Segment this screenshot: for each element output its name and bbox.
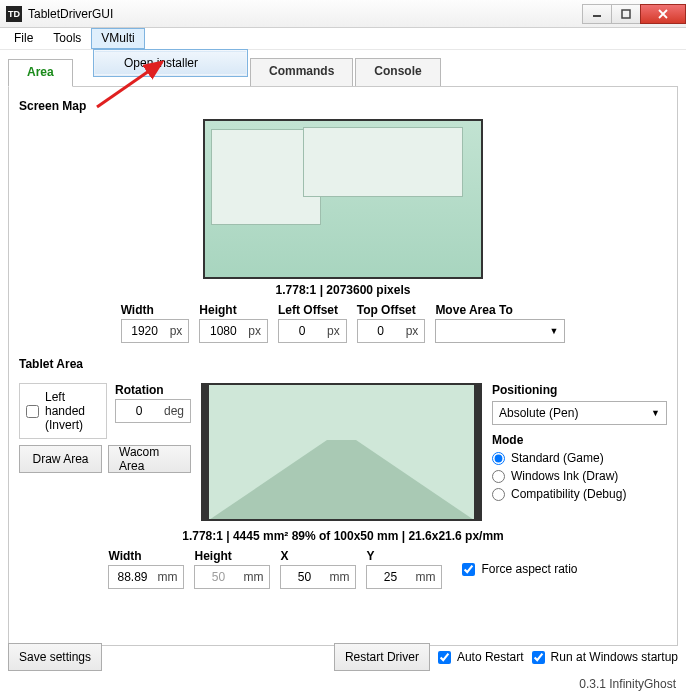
app-icon: TD [6,6,22,22]
left-handed-checkbox[interactable]: Left handed (Invert) [19,383,107,439]
tab-area[interactable]: Area [8,59,73,87]
draw-area-button[interactable]: Draw Area [19,445,102,473]
mode-standard-radio[interactable]: Standard (Game) [492,451,667,465]
top-offset-label: Top Offset [357,303,426,317]
top-offset-input[interactable] [358,324,404,338]
mode-compat-radio[interactable]: Compatibility (Debug) [492,487,667,501]
run-startup-checkbox[interactable]: Run at Windows startup [532,650,678,664]
menu-vmulti-dropdown: Open installer [93,49,248,77]
auto-restart-checkbox[interactable]: Auto Restart [438,650,524,664]
ta-width-input[interactable] [109,570,155,584]
positioning-select[interactable]: Absolute (Pen)▼ [492,401,667,425]
ta-width-label: Width [108,549,184,563]
rotation-label: Rotation [115,383,191,397]
tablet-area-title: Tablet Area [19,357,667,371]
wacom-area-button[interactable]: Wacom Area [108,445,191,473]
ta-height-input [195,570,241,584]
maximize-button[interactable] [611,4,641,24]
menubar: File Tools VMulti [0,28,686,50]
force-aspect-checkbox[interactable]: Force aspect ratio [462,562,577,576]
screen-width-label: Width [121,303,190,317]
screen-height-label: Height [199,303,268,317]
screen-height-input[interactable] [200,324,246,338]
restart-driver-button[interactable]: Restart Driver [334,643,430,671]
save-settings-button[interactable]: Save settings [8,643,102,671]
ta-x-label: X [280,549,356,563]
minimize-button[interactable] [582,4,612,24]
menu-tools[interactable]: Tools [43,28,91,49]
rotation-input[interactable] [116,404,162,418]
ta-x-input[interactable] [281,570,327,584]
bottom-bar: Save settings Restart Driver Auto Restar… [8,643,678,671]
menu-file[interactable]: File [4,28,43,49]
move-area-label: Move Area To [435,303,565,317]
move-area-select[interactable]: ▼ [435,319,565,343]
titlebar: TD TabletDriverGUI [0,0,686,28]
status-text: 0.3.1 InfinityGhost [579,677,676,691]
mode-windowsink-radio[interactable]: Windows Ink (Draw) [492,469,667,483]
tablet-area-preview[interactable] [201,383,482,521]
tab-commands[interactable]: Commands [250,58,353,86]
screen-map-caption: 1.778:1 | 2073600 pixels [276,283,411,297]
tablet-area-caption: 1.778:1 | 4445 mm² 89% of 100x50 mm | 21… [19,529,667,543]
unit-px: px [168,324,189,338]
chevron-down-icon: ▼ [651,408,660,418]
screen-map-title: Screen Map [19,99,667,113]
tab-panel-area: Screen Map 1.778:1 | 2073600 pixels Widt… [8,86,678,646]
close-button[interactable] [640,4,686,24]
menu-open-installer[interactable]: Open installer [95,51,246,75]
mode-label: Mode [492,433,667,447]
tab-console[interactable]: Console [355,58,440,86]
left-offset-label: Left Offset [278,303,347,317]
ta-y-input[interactable] [367,570,413,584]
ta-y-label: Y [366,549,442,563]
window-title: TabletDriverGUI [28,7,583,21]
positioning-label: Positioning [492,383,667,397]
screen-map-preview[interactable] [203,119,483,279]
chevron-down-icon: ▼ [549,326,558,336]
screen-width-input[interactable] [122,324,168,338]
ta-height-label: Height [194,549,270,563]
svg-rect-1 [622,10,630,18]
menu-vmulti[interactable]: VMulti [91,28,144,49]
left-offset-input[interactable] [279,324,325,338]
